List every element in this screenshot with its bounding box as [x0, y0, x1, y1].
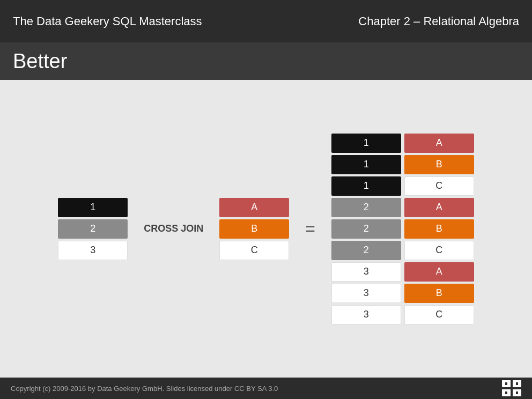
footer-copyright: Copyright (c) 2009-2016 by Data Geekery …	[11, 385, 278, 393]
result-left-col: 111222333	[331, 134, 401, 324]
table-cell: B	[404, 155, 474, 174]
table-cell: 2	[58, 219, 128, 239]
table-cell: 1	[58, 198, 128, 217]
header-course-title: The Data Geekery SQL Masterclass	[13, 14, 202, 28]
footer: Copyright (c) 2009-2016 by Data Geekery …	[0, 378, 532, 399]
left-table: 123	[58, 198, 128, 260]
result-right-col: ABCABCABC	[404, 134, 474, 324]
table-cell: 1	[331, 176, 401, 196]
equals-sign: =	[305, 219, 315, 239]
operator-label: CROSS JOIN	[144, 222, 203, 235]
page-title: Better	[13, 50, 67, 73]
table-cell: A	[404, 262, 474, 282]
svg-rect-5	[516, 382, 518, 385]
table-cell: 1	[331, 155, 401, 174]
cross-join-diagram: 123 CROSS JOIN ABC = 111222333 ABCABCABC	[58, 134, 474, 324]
table-cell: C	[219, 241, 289, 260]
table-cell: B	[404, 284, 474, 303]
table-cell: A	[404, 134, 474, 153]
table-cell: A	[219, 198, 289, 217]
title-bar: Better	[0, 42, 532, 80]
table-cell: 3	[331, 284, 401, 303]
svg-rect-6	[505, 391, 507, 394]
table-cell: C	[404, 176, 474, 196]
svg-rect-7	[516, 391, 518, 394]
main-content: 123 CROSS JOIN ABC = 111222333 ABCABCABC	[0, 80, 532, 378]
table-cell: C	[404, 241, 474, 260]
table-cell: A	[404, 198, 474, 217]
header: The Data Geekery SQL Masterclass Chapter…	[0, 0, 532, 42]
table-cell: 2	[331, 241, 401, 260]
table-cell: 3	[58, 241, 128, 260]
table-cell: 3	[331, 262, 401, 282]
right-input-table: ABC	[219, 198, 289, 260]
svg-rect-4	[505, 382, 507, 385]
table-cell: 1	[331, 134, 401, 153]
header-chapter-title: Chapter 2 – Relational Algebra	[358, 14, 519, 28]
company-logo	[502, 380, 521, 396]
table-cell: 3	[331, 305, 401, 324]
table-cell: B	[219, 219, 289, 239]
table-cell: B	[404, 219, 474, 239]
table-cell: C	[404, 305, 474, 324]
table-cell: 2	[331, 219, 401, 239]
result-table: 111222333 ABCABCABC	[331, 134, 474, 324]
table-cell: 2	[331, 198, 401, 217]
